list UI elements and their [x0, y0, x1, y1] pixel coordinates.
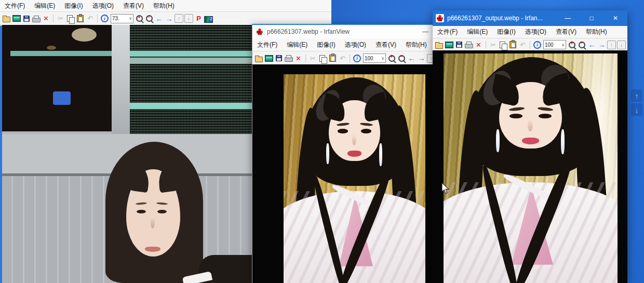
menu-item-help[interactable]: 帮助(H) [581, 28, 612, 36]
menu-item-edit[interactable]: 编辑(E) [462, 28, 492, 36]
open-file-icon[interactable] [254, 53, 263, 63]
minimize-button[interactable]: — [556, 10, 580, 26]
menu-item-options[interactable]: 选项(O) [340, 41, 371, 49]
copy-icon[interactable] [318, 53, 327, 63]
info-glyph: i [101, 15, 109, 22]
menu-item-image[interactable]: 图像(I) [492, 28, 520, 36]
close-button[interactable]: ✕ [603, 10, 627, 26]
maximize-button[interactable]: □ [580, 10, 603, 26]
copy-icon[interactable] [66, 14, 75, 23]
open-file-icon[interactable] [2, 14, 11, 23]
menu-item-file[interactable]: 文件(F) [252, 41, 282, 49]
minimize-button[interactable]: — [418, 25, 433, 38]
toolbar-separator [350, 55, 350, 62]
print-icon[interactable] [284, 53, 293, 63]
copy-icon[interactable] [499, 40, 507, 49]
print-preview-icon[interactable]: P [194, 14, 203, 23]
clipboard-icon [329, 55, 336, 62]
slideshow-icon[interactable] [445, 40, 453, 49]
zoom-combo[interactable]: 100 ∨ [363, 53, 386, 63]
first-file-icon[interactable]: ↑ [607, 40, 616, 49]
photo-glass-shelf [10, 51, 112, 56]
menu-item-edit[interactable]: 编辑(E) [282, 41, 312, 49]
copy-pages-icon [500, 42, 505, 48]
photo-dark-interior [2, 25, 112, 131]
menu-item-help[interactable]: 帮助(H) [401, 41, 432, 49]
toolbar-separator [97, 15, 98, 22]
chevron-down-icon: ∨ [561, 43, 565, 47]
menu-item-options[interactable]: 选项(O) [88, 2, 118, 10]
paste-icon[interactable] [508, 40, 517, 49]
zoom-in-icon[interactable]: + [568, 40, 576, 49]
previous-file-icon[interactable]: ← [587, 40, 596, 49]
paste-icon[interactable] [328, 53, 337, 63]
print-icon[interactable] [464, 40, 473, 49]
desktop-scroll-down-icon[interactable]: ↓ [631, 103, 642, 116]
zoom-combo[interactable]: 73. ∨ [111, 14, 133, 23]
menu-item-edit[interactable]: 编辑(E) [30, 2, 60, 10]
zoom-out-icon[interactable]: − [397, 53, 406, 63]
toolbar: ✕ ✂ ↶ i 100 ∨ + − ← → ↑ ↓ P 2 [252, 51, 433, 65]
next-file-icon[interactable]: → [165, 14, 173, 23]
last-file-icon[interactable]: ↓ [184, 14, 193, 23]
menu-item-view[interactable]: 查看(V) [118, 2, 149, 10]
undo-icon[interactable]: ↶ [518, 40, 527, 49]
undo-icon[interactable]: ↶ [86, 14, 95, 23]
previous-file-icon[interactable]: ← [407, 53, 416, 63]
info-glyph: i [533, 41, 541, 49]
next-file-icon[interactable]: → [417, 53, 426, 63]
desktop-scroll-up-icon[interactable]: ↑ [631, 89, 642, 102]
last-file-icon[interactable]: ↓ [617, 40, 626, 49]
delete-icon[interactable]: ✕ [474, 40, 483, 49]
info-icon[interactable]: i [533, 40, 542, 49]
menu-item-file[interactable]: 文件(F) [0, 2, 30, 10]
folder-icon [255, 57, 263, 62]
slideshow-icon[interactable] [264, 53, 273, 63]
menu-item-file[interactable]: 文件(F) [433, 28, 462, 36]
previous-file-icon[interactable]: ← [155, 14, 164, 23]
print-icon[interactable] [32, 14, 41, 23]
zoom-in-icon[interactable]: + [135, 14, 144, 23]
print-preview-icon[interactable]: P [627, 40, 627, 49]
photo-nose [151, 217, 155, 228]
info-icon[interactable]: i [100, 14, 109, 23]
menu-item-view[interactable]: 查看(V) [551, 28, 581, 36]
plus-glyph: + [570, 40, 573, 46]
first-file-icon[interactable]: ↑ [175, 14, 183, 23]
zoom-combo-value: 100 [545, 42, 554, 48]
printer-icon [32, 18, 41, 22]
save-icon[interactable] [274, 53, 283, 63]
floppy-icon [456, 42, 462, 48]
menu-item-image[interactable]: 图像(I) [60, 2, 87, 10]
zoom-combo-value: 73. [112, 16, 119, 21]
menu-item-view[interactable]: 查看(V) [371, 41, 401, 49]
save-icon[interactable] [22, 14, 31, 23]
next-file-icon[interactable]: → [597, 40, 606, 49]
minus-glyph: − [147, 14, 151, 20]
folder-icon [435, 43, 443, 49]
zoom-out-icon[interactable]: − [145, 14, 154, 23]
cut-icon[interactable]: ✂ [489, 40, 498, 49]
cut-icon[interactable]: ✂ [56, 14, 65, 23]
cut-icon[interactable]: ✂ [308, 53, 317, 63]
up-arrow-glyph: ↑ [175, 14, 183, 23]
zoom-out-icon[interactable]: − [578, 40, 586, 49]
menu-item-options[interactable]: 选项(O) [520, 28, 551, 36]
toolbar: ✕ ✂ ↶ i 100 ∨ + − ← → ↑ ↓ P 2 [433, 38, 627, 51]
save-icon[interactable] [454, 40, 463, 49]
delete-icon[interactable]: ✕ [294, 53, 303, 63]
titlebar[interactable]: p666261307_output.webp - Irfan... — □ ✕ [433, 10, 627, 26]
delete-icon[interactable]: ✕ [42, 14, 50, 23]
zoom-combo[interactable]: 100 ∨ [543, 40, 566, 49]
color-palette-icon[interactable]: 2 [204, 14, 213, 23]
open-file-icon[interactable] [435, 40, 444, 49]
filmstrip-icon [445, 42, 453, 48]
info-icon[interactable]: i [353, 53, 361, 63]
paste-icon[interactable] [76, 14, 85, 23]
undo-icon[interactable]: ↶ [338, 53, 347, 63]
titlebar[interactable]: p666261307.webp - IrfanView — [252, 25, 433, 38]
menu-item-image[interactable]: 图像(I) [312, 41, 340, 49]
slideshow-icon[interactable] [12, 14, 21, 23]
menu-item-help[interactable]: 帮助(H) [149, 2, 179, 10]
zoom-in-icon[interactable]: + [387, 53, 396, 63]
